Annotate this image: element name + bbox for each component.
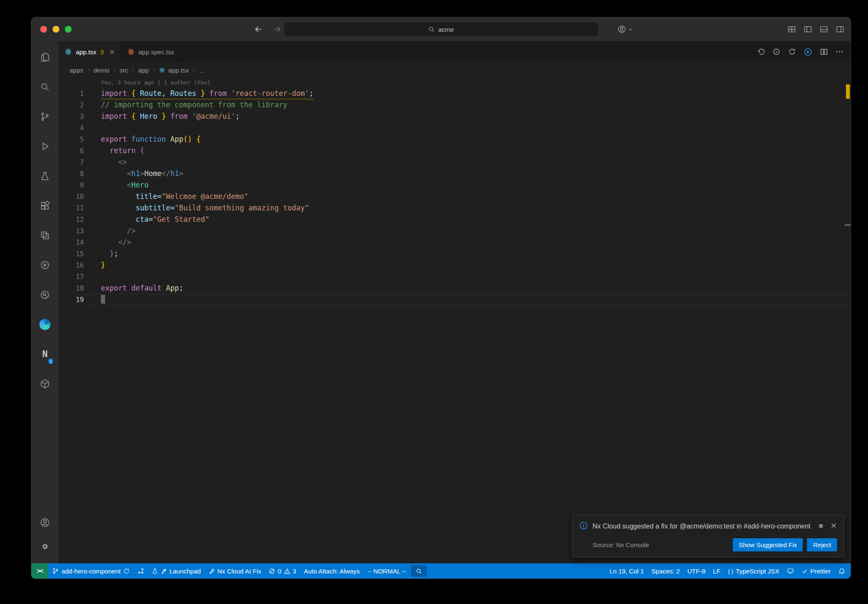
code-line[interactable]: 18export default App; [58,282,851,294]
code-line[interactable]: 11 subtitle="Build something amazing tod… [58,202,851,214]
status-bar: >< add-hero-component Launchpad [31,563,851,579]
code-line[interactable]: 2// importing the component from the lib… [58,99,851,111]
git-branch-icon [52,568,59,574]
customize-layout-icon[interactable] [787,25,796,34]
remote-indicator[interactable]: >< [31,563,48,579]
code-line[interactable]: 4 [58,122,851,134]
show-suggested-fix-button[interactable]: Show Suggested Fix [733,538,803,551]
error-count: 0 [278,568,281,575]
tab-app-spec-tsx[interactable]: app.spec.tsx [121,41,181,62]
problems-indicator[interactable]: 0 3 [265,563,300,579]
live-preview-icon[interactable] [35,252,55,278]
cursor-position-indicator[interactable]: Ln 19, Col 1 [606,563,648,579]
source-control-icon[interactable] [35,103,55,130]
more-actions-icon[interactable] [835,48,844,56]
breadcrumb-item[interactable]: app [138,67,149,74]
back-icon[interactable] [254,25,263,34]
explorer-icon[interactable] [35,44,55,70]
code-line[interactable]: 13 /> [58,225,851,237]
nx-cloud-fix-button[interactable]: Nx Cloud AI Fix [205,563,265,579]
command-center-value: acme [438,26,454,33]
settings-gear-icon[interactable] [35,535,55,557]
formatter-label: Prettier [810,568,831,575]
encoding-indicator[interactable]: UTF-8 [684,563,709,579]
line-number: 15 [58,248,84,260]
devtools-button[interactable] [783,563,798,579]
breadcrumb-item[interactable]: app.tsx [168,67,189,74]
code-line[interactable]: 15 ); [58,248,851,260]
scrollbar[interactable] [845,78,851,563]
close-tab-icon[interactable] [109,49,115,55]
line-number: 14 [58,237,84,248]
indentation-indicator[interactable]: Spaces: 2 [648,563,684,579]
code-line[interactable]: 8 <h1>Home</h1> [58,168,851,179]
toggle-sidebar-icon[interactable] [803,25,812,34]
vim-mode-indicator[interactable]: -- NORMAL -- [364,563,410,579]
forward-icon[interactable] [273,25,282,34]
package-icon[interactable] [35,370,55,397]
code-line[interactable]: 14 </> [58,237,851,248]
chevron-right-icon [112,68,117,72]
code-line[interactable]: 5export function App() { [58,134,851,145]
line-number: 19 [58,294,84,305]
run-debug-icon[interactable] [35,133,55,159]
notifications-bell-button[interactable] [835,563,849,579]
code-editor[interactable]: You, 3 hours ago | 1 author (You) 1impor… [58,78,851,563]
launchpad-label: Launchpad [170,568,201,575]
commit-graph-button[interactable] [134,563,148,579]
run-button[interactable] [804,48,812,56]
launchpad-button[interactable]: Launchpad [148,563,205,579]
close-window-button[interactable] [40,26,47,33]
testing-icon[interactable] [35,162,55,189]
discard-icon[interactable] [757,48,765,56]
breadcrumb-item[interactable]: apps [70,67,83,74]
code-line[interactable]: 16} [58,260,851,271]
code-line[interactable]: 9 <Hero [58,179,851,191]
branch-indicator[interactable]: add-hero-component [48,563,133,579]
code-line[interactable]: 10 title="Welcmoe @acme/demo" [58,191,851,202]
breadcrumb-item[interactable]: demo [94,67,110,74]
code-line[interactable]: 19 [58,294,851,305]
search-view-icon[interactable] [35,73,55,100]
line-number: 16 [58,260,84,271]
remote-explorer-icon[interactable] [35,222,55,249]
reject-button[interactable]: Reject [807,538,837,551]
inspect-icon[interactable] [35,281,55,308]
minimize-window-button[interactable] [53,26,59,33]
toggle-panel-icon[interactable] [819,25,829,34]
breadcrumb-item[interactable]: src [120,67,128,74]
formatter-indicator[interactable]: Prettier [798,563,835,579]
notification-settings-gear-icon[interactable] [817,522,825,530]
zoom-window-button[interactable] [65,26,72,33]
history-nav [254,25,282,34]
code-line[interactable]: 3import { Hero } from '@acme/ui'; [58,111,851,122]
line-number: 13 [58,225,84,237]
accounts-icon[interactable] [35,512,55,534]
code-line[interactable]: 1import { Route, Routes } from 'react-ro… [58,88,851,99]
breadcrumb-item[interactable]: ... [199,67,204,74]
nx-console-icon[interactable]: N 1 [35,341,55,367]
warning-count: 3 [293,568,296,575]
status-search-button[interactable] [411,565,427,577]
profile-control[interactable] [617,25,633,34]
toggle-secondary-sidebar-icon[interactable] [835,25,845,34]
command-center[interactable]: acme [284,22,599,37]
auto-attach-indicator[interactable]: Auto Attach: Always [300,563,364,579]
edge-browser-icon[interactable] [35,311,55,338]
test-file-icon [127,48,135,56]
code-line[interactable]: 6 return ( [58,145,851,157]
code-line[interactable]: 17 [58,271,851,282]
code-line[interactable]: 7 <> [58,157,851,168]
rocket-icon [161,568,167,574]
extensions-icon[interactable] [35,192,55,219]
eol-indicator[interactable]: LF [709,563,724,579]
language-mode-indicator[interactable]: { } TypeScript JSX [724,563,783,579]
nx-badge: 1 [47,358,54,365]
split-editor-icon[interactable] [820,48,828,56]
titlebar: acme [31,17,851,41]
notification-close-icon[interactable] [830,522,837,529]
tab-app-tsx[interactable]: app.tsx 3 [58,41,121,62]
target-icon[interactable] [772,48,781,56]
code-line[interactable]: 12 cta="Get Started" [58,214,851,225]
sync-file-icon[interactable] [788,48,796,56]
